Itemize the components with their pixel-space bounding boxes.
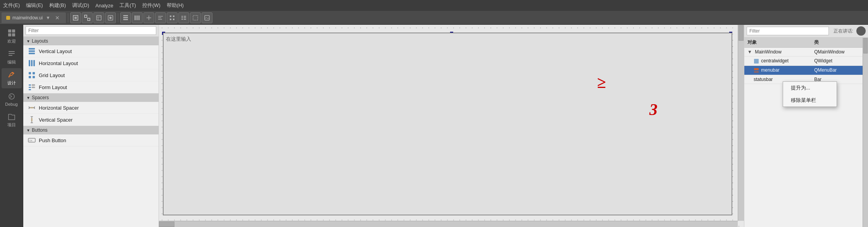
menu-file[interactable]: 文件(E) xyxy=(3,2,20,9)
push-button-label: Push Button xyxy=(39,138,66,143)
svg-rect-42 xyxy=(754,71,759,73)
svg-rect-40 xyxy=(754,59,759,64)
svg-rect-34 xyxy=(32,84,35,86)
section-layouts[interactable]: ▼ Layouts xyxy=(23,37,159,45)
class-cell: QWidget xyxy=(811,57,863,66)
spacers-arrow: ▼ xyxy=(26,96,30,100)
canvas-inner[interactable]: 在这里输入 xyxy=(159,25,744,227)
svg-rect-36 xyxy=(32,87,35,88)
svg-rect-24 xyxy=(29,50,35,52)
toolbar-btn-7[interactable] xyxy=(143,12,154,23)
svg-rect-7 xyxy=(123,17,128,18)
menu-bar: 文件(E) 编辑(E) 构建(B) 调试(D) Analyze 工具(T) 控件… xyxy=(0,0,868,11)
center-icon xyxy=(146,15,152,21)
widget-vertical-spacer[interactable]: Vertical Spacer xyxy=(23,114,159,126)
toolbar-btn-2[interactable] xyxy=(82,12,93,23)
right-table-container: 对象 类 ▼ MainWindow QMainWindow xyxy=(744,38,863,227)
toolbar-btn-8[interactable] xyxy=(155,12,166,23)
section-buttons[interactable]: ▼ Buttons xyxy=(23,126,159,134)
form-icon xyxy=(181,15,187,21)
sidebar-welcome-label: 欢迎 xyxy=(7,38,16,44)
toolbar-btn-10[interactable] xyxy=(178,12,189,23)
section-spacers[interactable]: ▼ Spacers xyxy=(23,93,159,102)
right-scrollbar-thumb xyxy=(863,38,868,53)
canvas-area: 在这里输入 ≥ 3 xyxy=(159,25,744,227)
tab-arrow[interactable]: ▼ xyxy=(45,15,51,21)
vertical-layout-label: Vertical Layout xyxy=(39,48,72,54)
context-menu: 提升为... 移除菜单栏 xyxy=(783,81,837,107)
vertical-spacer-icon xyxy=(28,116,36,124)
toolbar-btn-12[interactable] xyxy=(202,12,212,23)
sidebar-item-welcome[interactable]: 欢迎 xyxy=(2,26,22,46)
object-name: menubar xyxy=(761,67,779,73)
right-filter-input[interactable] xyxy=(747,27,829,35)
menu-widgets[interactable]: 控件(W) xyxy=(142,2,160,9)
toolbar-btn-5[interactable] xyxy=(120,12,131,23)
toolbar-btn-4[interactable] xyxy=(105,12,116,23)
widget-filter-input[interactable] xyxy=(26,26,156,35)
svg-rect-14 xyxy=(8,29,11,33)
widget-horizontal-spacer[interactable]: Horizontal Spacer xyxy=(23,102,159,114)
speaker-icon xyxy=(856,26,866,36)
menu-edit[interactable]: 编辑(E) xyxy=(26,2,43,9)
toolbar-btn-3[interactable] xyxy=(93,12,104,23)
context-menu-remove[interactable]: 移除菜单栏 xyxy=(783,94,837,107)
svg-rect-32 xyxy=(33,76,35,78)
svg-rect-13 xyxy=(205,15,209,20)
col-class: 类 xyxy=(811,38,863,48)
toolbar-btn-1[interactable] xyxy=(70,12,81,23)
svg-rect-6 xyxy=(123,15,128,16)
layout-icon xyxy=(96,15,102,21)
class-cell: QMainWindow xyxy=(811,48,863,57)
svg-rect-19 xyxy=(9,53,15,54)
menu-tools[interactable]: 工具(T) xyxy=(119,2,136,9)
svg-rect-18 xyxy=(9,51,15,52)
menu-debug[interactable]: 调试(D) xyxy=(72,2,89,9)
menu-analyze[interactable]: Analyze xyxy=(95,3,113,9)
svg-rect-28 xyxy=(33,60,35,66)
push-button-icon: OK xyxy=(28,136,36,144)
main-area: 欢迎 编辑 设计 Debug 项目 ▼ Layouts xyxy=(0,25,868,227)
table-row[interactable]: menubar QMenuBar xyxy=(744,65,863,75)
toolbar-btn-9[interactable] xyxy=(167,12,178,23)
align-icon xyxy=(157,15,164,21)
tab-close-button[interactable]: ✕ xyxy=(53,15,61,21)
widget-grid-layout[interactable]: Grid Layout xyxy=(23,69,159,81)
table-row[interactable]: centralwidget QWidget xyxy=(744,57,863,66)
widget-icon-small xyxy=(754,58,759,64)
sidebar-item-debug[interactable]: Debug xyxy=(2,89,22,109)
widget-push-button[interactable]: OK Push Button xyxy=(23,134,159,146)
svg-rect-23 xyxy=(29,48,35,50)
toolbar-separator-2 xyxy=(118,13,118,22)
sidebar-edit-label: 编辑 xyxy=(7,59,16,65)
welcome-icon xyxy=(7,29,16,37)
sidebar-item-project[interactable]: 项目 xyxy=(2,110,22,130)
right-panel-content: 对象 类 ▼ MainWindow QMainWindow xyxy=(744,38,868,227)
sidebar-item-edit[interactable]: 编辑 xyxy=(2,47,22,67)
widget-horizontal-layout[interactable]: Horizontal Layout xyxy=(23,57,159,69)
svg-point-21 xyxy=(12,72,14,74)
svg-rect-16 xyxy=(8,33,11,36)
file-tab[interactable]: mainwindow.ui ▼ ✕ xyxy=(2,12,66,23)
table-row[interactable]: ▼ MainWindow QMainWindow xyxy=(744,48,863,57)
toolbar-btn-11[interactable] xyxy=(190,12,201,23)
svg-rect-2 xyxy=(88,18,90,21)
form-layout-icon xyxy=(28,83,36,91)
debug-icon xyxy=(7,92,16,101)
widget-vertical-layout[interactable]: Vertical Layout xyxy=(23,45,159,57)
widget-form-layout[interactable]: Form Layout xyxy=(23,81,159,93)
layouts-arrow: ▼ xyxy=(26,39,30,43)
canvas-scrollbar-h[interactable] xyxy=(159,221,738,227)
form-layout-label: Form Layout xyxy=(39,84,67,90)
sidebar-item-design[interactable]: 设计 xyxy=(2,68,22,88)
canvas-scrollbar-v[interactable] xyxy=(738,25,744,221)
menu-help[interactable]: 帮助(H) xyxy=(167,2,184,9)
svg-rect-12 xyxy=(193,15,198,20)
menu-build[interactable]: 构建(B) xyxy=(49,2,66,9)
right-scrollbar-v[interactable] xyxy=(863,38,868,227)
context-menu-promote[interactable]: 提升为... xyxy=(783,82,837,94)
toolbar-btn-6[interactable] xyxy=(132,12,143,23)
horizontal-spacer-icon xyxy=(28,104,36,112)
object-cell: menubar xyxy=(744,65,811,75)
class-cell: QMenuBar xyxy=(811,65,863,75)
